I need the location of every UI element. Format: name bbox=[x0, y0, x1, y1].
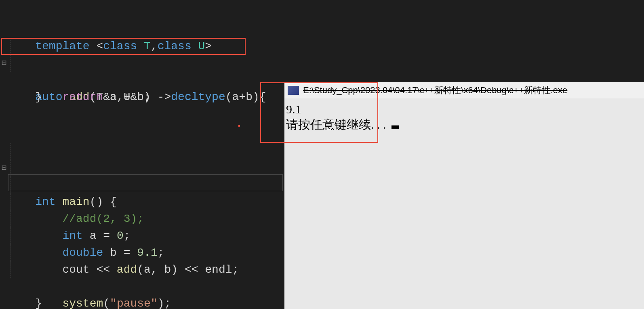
string: "pause" bbox=[110, 297, 158, 309]
console-title: E:\Study_Cpp\2023.04\04.17\c++新特性\x64\De… bbox=[303, 84, 567, 96]
function-call: system bbox=[62, 297, 103, 309]
indent-guide bbox=[11, 160, 11, 177]
paren: ( bbox=[103, 297, 110, 309]
indent-guide bbox=[11, 228, 11, 244]
indent-guide bbox=[11, 194, 11, 211]
indent-guide bbox=[11, 143, 11, 160]
console-output-line: 请按任意键继续. . . bbox=[286, 117, 642, 132]
console-output: 9.1 请按任意键继续. . . bbox=[284, 98, 644, 136]
console-cursor bbox=[391, 125, 399, 129]
console-titlebar[interactable]: E:\Study_Cpp\2023.04\04.17\c++新特性\x64\De… bbox=[284, 82, 644, 98]
code-line[interactable]: template <class T,class U> bbox=[0, 21, 644, 38]
indent-guide bbox=[11, 261, 11, 278]
code-text: ); bbox=[158, 297, 171, 309]
console-app-icon bbox=[288, 86, 299, 95]
indent-guide bbox=[11, 244, 11, 261]
indent-guide bbox=[11, 211, 11, 228]
indent-guide bbox=[11, 38, 11, 55]
indent-guide bbox=[11, 177, 11, 194]
code-line[interactable]: ⊟ auto add(T&a,U&b) ->decltype(a+b){ bbox=[0, 38, 644, 55]
code-line[interactable]: return a + b; bbox=[0, 55, 644, 72]
indent-guide bbox=[11, 55, 11, 72]
console-window[interactable]: E:\Study_Cpp\2023.04\04.17\c++新特性\x64\De… bbox=[284, 82, 644, 309]
code-line bbox=[0, 0, 644, 21]
annotation-dot bbox=[238, 125, 240, 127]
brace: } bbox=[35, 297, 42, 309]
console-output-line: 9.1 bbox=[286, 102, 642, 117]
